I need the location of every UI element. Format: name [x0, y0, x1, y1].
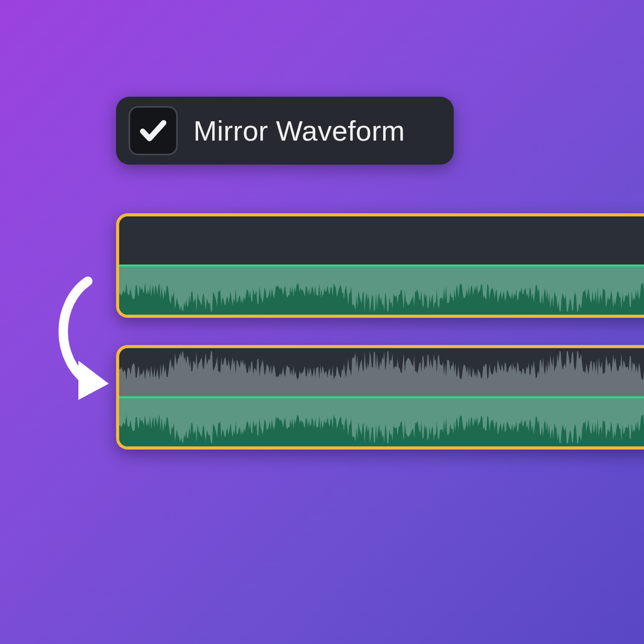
checkmark-icon	[137, 115, 169, 146]
mirror-waveform-checkbox[interactable]	[129, 106, 178, 155]
mirror-waveform-setting[interactable]: Mirror Waveform	[116, 97, 454, 165]
waveform-track-before	[116, 213, 644, 318]
transform-arrow-icon	[30, 277, 124, 402]
waveform-centerline	[119, 396, 644, 398]
waveform-centerline	[119, 264, 644, 267]
waveform-track-after	[116, 345, 644, 450]
mirror-waveform-label: Mirror Waveform	[193, 114, 405, 147]
